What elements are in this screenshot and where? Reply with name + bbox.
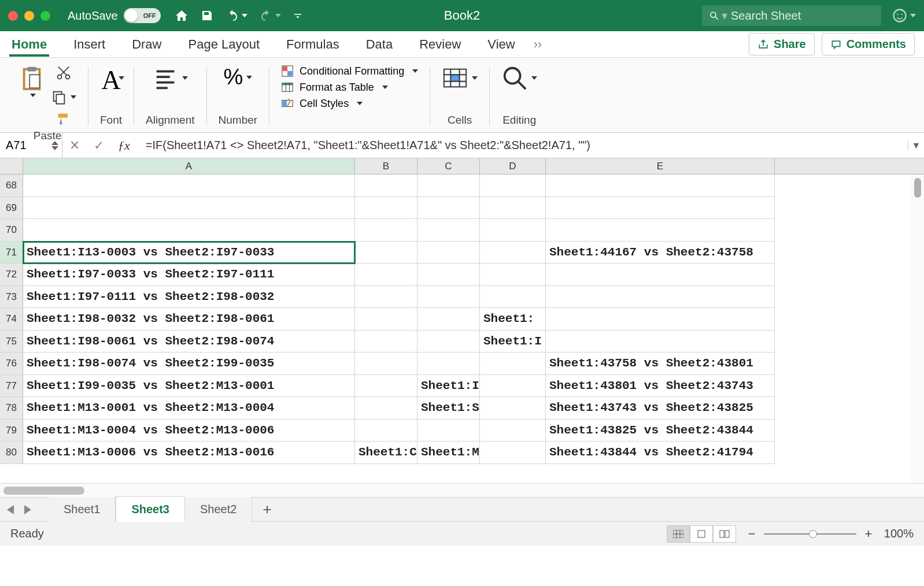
paste-button[interactable]: [19, 65, 45, 97]
prev-sheet-button[interactable]: [7, 505, 14, 514]
number-format-dropdown[interactable]: %: [223, 65, 252, 90]
worksheet-grid[interactable]: A B C D E 68697071Sheet1:I13-0003 vs She…: [0, 158, 924, 483]
cell[interactable]: [480, 242, 546, 264]
ribbon-overflow-icon[interactable]: ››: [534, 37, 542, 52]
row-header[interactable]: 79: [0, 420, 23, 442]
cell[interactable]: Sheet1:43758 vs Sheet2:43801: [546, 353, 775, 375]
zoom-slider[interactable]: − +: [745, 526, 875, 542]
cell[interactable]: [480, 420, 546, 442]
format-painter-button[interactable]: [56, 111, 72, 129]
tab-insert[interactable]: Insert: [71, 34, 108, 55]
cell[interactable]: [546, 264, 775, 286]
select-all-corner[interactable]: [0, 158, 23, 174]
cell[interactable]: Sheet1:43825 vs Sheet2:43844: [546, 420, 775, 442]
formula-input[interactable]: =IF(Sheet1!A71 <> Sheet2!A71, "Sheet1:"&…: [138, 139, 908, 152]
cell[interactable]: [417, 353, 480, 375]
cell[interactable]: [546, 175, 775, 197]
name-box-down-icon[interactable]: [51, 146, 58, 150]
cell[interactable]: [355, 197, 417, 220]
cell[interactable]: [23, 197, 355, 220]
redo-button[interactable]: [259, 9, 281, 23]
cut-button[interactable]: [56, 65, 72, 83]
cell[interactable]: [355, 175, 417, 197]
name-box[interactable]: A71: [0, 133, 62, 158]
cell[interactable]: [480, 264, 546, 286]
tab-data[interactable]: Data: [364, 34, 395, 55]
tab-page-layout[interactable]: Page Layout: [186, 34, 263, 55]
cell[interactable]: [417, 197, 480, 220]
maximize-window-button[interactable]: [40, 11, 50, 21]
cell-styles-button[interactable]: Cell Styles: [281, 97, 418, 110]
name-box-up-icon[interactable]: [51, 141, 58, 145]
tab-formulas[interactable]: Formulas: [284, 34, 342, 55]
cell[interactable]: [355, 375, 417, 398]
tab-view[interactable]: View: [485, 34, 517, 55]
cell[interactable]: [546, 219, 775, 242]
save-icon[interactable]: [200, 9, 214, 23]
cell[interactable]: [417, 175, 480, 197]
cell[interactable]: [355, 331, 417, 353]
cell[interactable]: [23, 219, 355, 242]
cell[interactable]: Sheet1:C: [355, 442, 417, 464]
row-header[interactable]: 70: [0, 219, 23, 242]
cell[interactable]: [355, 286, 417, 309]
row-header[interactable]: 80: [0, 442, 23, 464]
cell[interactable]: [480, 353, 546, 375]
row-header[interactable]: 68: [0, 175, 23, 197]
home-icon[interactable]: [175, 9, 189, 23]
page-layout-view-button[interactable]: [690, 525, 713, 543]
cell[interactable]: [546, 197, 775, 220]
comments-button[interactable]: Comments: [822, 33, 915, 55]
fx-icon[interactable]: ƒx: [111, 138, 138, 153]
expand-formula-bar-button[interactable]: ▼: [908, 140, 924, 151]
cell[interactable]: [480, 197, 546, 220]
row-header[interactable]: 73: [0, 286, 23, 309]
column-header-a[interactable]: A: [23, 158, 355, 174]
zoom-out-button[interactable]: −: [745, 526, 758, 542]
cell[interactable]: [23, 175, 355, 197]
cancel-formula-button[interactable]: ✕: [62, 138, 87, 153]
cell[interactable]: Sheet1:S: [417, 397, 480, 420]
cell[interactable]: [355, 397, 417, 420]
cell[interactable]: Sheet1:M: [417, 442, 480, 464]
cell[interactable]: Sheet1:I99-0035 vs Sheet2:M13-0001: [23, 375, 355, 398]
column-header-c[interactable]: C: [417, 158, 480, 174]
autosave-toggle[interactable]: OFF: [124, 8, 161, 23]
font-dropdown[interactable]: A: [101, 65, 120, 95]
search-sheet-input[interactable]: ▾ Search Sheet: [702, 5, 881, 26]
cell[interactable]: [546, 286, 775, 309]
row-header[interactable]: 75: [0, 331, 23, 353]
cell[interactable]: Sheet1:43801 vs Sheet2:43743: [546, 375, 775, 398]
cell[interactable]: [546, 331, 775, 353]
cell[interactable]: [546, 308, 775, 331]
cell[interactable]: Sheet1:I98-0074 vs Sheet2:I99-0035: [23, 353, 355, 375]
cell[interactable]: Sheet1:I98-0061 vs Sheet2:I98-0074: [23, 331, 355, 353]
customize-qat-icon[interactable]: [293, 9, 303, 23]
cells-dropdown[interactable]: [442, 65, 478, 91]
cell[interactable]: Sheet1:43743 vs Sheet2:43825: [546, 397, 775, 420]
vertical-scrollbar[interactable]: [911, 175, 924, 483]
cell[interactable]: [417, 242, 480, 264]
cell[interactable]: [480, 175, 546, 197]
cell[interactable]: [480, 286, 546, 309]
tab-review[interactable]: Review: [417, 34, 463, 55]
cell[interactable]: [417, 420, 480, 442]
cell[interactable]: [417, 286, 480, 309]
row-header[interactable]: 74: [0, 308, 23, 331]
confirm-formula-button[interactable]: ✓: [87, 138, 111, 153]
zoom-in-button[interactable]: +: [862, 526, 875, 542]
cell[interactable]: [355, 242, 417, 264]
format-as-table-button[interactable]: Format as Table: [281, 81, 418, 94]
close-window-button[interactable]: [8, 11, 18, 21]
cell[interactable]: Sheet1:I98-0032 vs Sheet2:I98-0061: [23, 308, 355, 331]
row-header[interactable]: 76: [0, 353, 23, 375]
cell[interactable]: Sheet1:I97-0033 vs Sheet2:I97-0111: [23, 264, 355, 286]
cell[interactable]: Sheet1:M13-0004 vs Sheet2:M13-0006: [23, 420, 355, 442]
sheet-tab-sheet2[interactable]: Sheet2: [185, 497, 252, 522]
undo-button[interactable]: [226, 9, 247, 23]
page-break-view-button[interactable]: [713, 525, 736, 543]
cell[interactable]: Sheet1:: [480, 308, 546, 331]
cell[interactable]: [480, 375, 546, 398]
normal-view-button[interactable]: [667, 525, 690, 543]
row-header[interactable]: 72: [0, 264, 23, 286]
